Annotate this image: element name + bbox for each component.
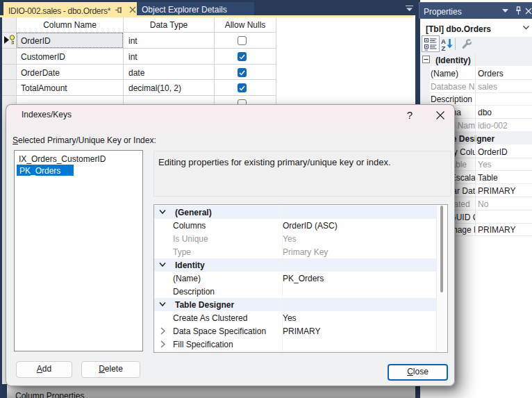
svg-text:Z: Z <box>442 44 446 51</box>
